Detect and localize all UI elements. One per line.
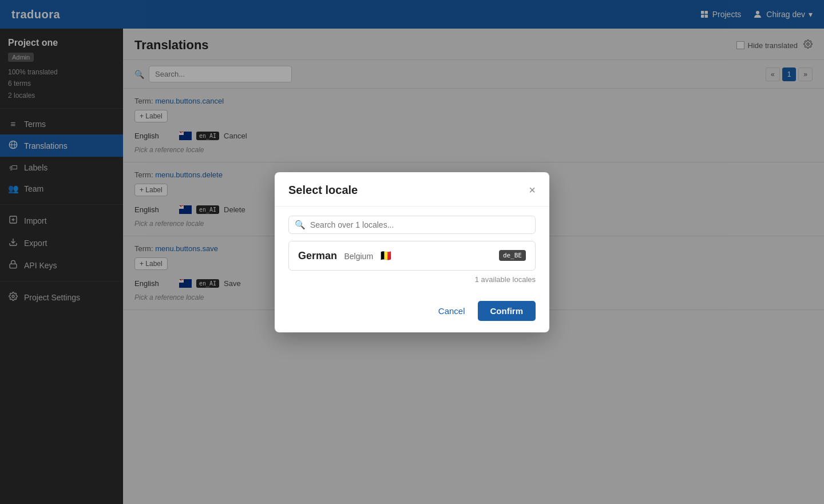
available-locales-count: 1 available locales	[288, 275, 536, 284]
modal-search-row: 🔍	[288, 216, 536, 234]
confirm-button[interactable]: Confirm	[478, 301, 536, 321]
modal-search-icon: 🔍	[295, 220, 306, 230]
belgium-flag-icon: 🇧🇪	[379, 250, 392, 261]
locale-code-badge: de_BE	[499, 250, 526, 261]
modal-title: Select locale	[288, 184, 358, 197]
locale-option-info: German Belgium 🇧🇪	[298, 249, 392, 262]
modal-footer: Cancel Confirm	[275, 293, 549, 332]
cancel-button[interactable]: Cancel	[431, 301, 472, 320]
locale-name: German	[298, 250, 337, 261]
modal-close-button[interactable]: ×	[529, 184, 536, 196]
modal-overlay[interactable]: Select locale × 🔍 German Belgium 🇧🇪 de_B…	[0, 0, 824, 504]
select-locale-modal: Select locale × 🔍 German Belgium 🇧🇪 de_B…	[275, 172, 549, 332]
locale-option-german-belgium[interactable]: German Belgium 🇧🇪 de_BE	[288, 241, 536, 271]
modal-body: 🔍 German Belgium 🇧🇪 de_BE 1 available lo…	[275, 207, 549, 293]
modal-header: Select locale ×	[275, 172, 549, 207]
locale-region: Belgium	[344, 252, 373, 261]
modal-search-input[interactable]	[310, 220, 529, 229]
